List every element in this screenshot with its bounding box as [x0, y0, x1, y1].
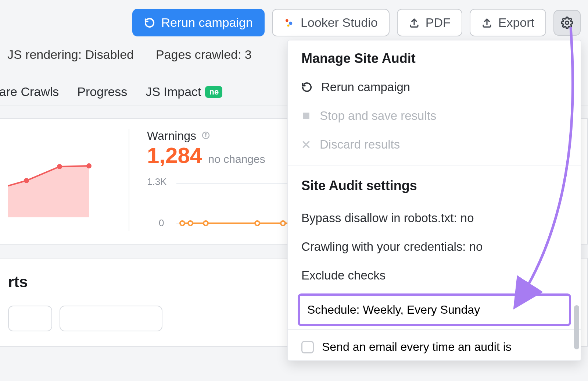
svg-point-16 — [180, 221, 184, 225]
upload-icon — [409, 17, 420, 28]
warnings-value: 1,284 — [147, 143, 202, 168]
pdf-button-label: PDF — [426, 15, 451, 30]
settings-button[interactable] — [553, 10, 581, 36]
panel-rerun-label: Rerun campaign — [321, 80, 410, 94]
svg-point-12 — [205, 133, 206, 134]
panel-stop-save: Stop and save results — [301, 102, 567, 130]
panel-heading-settings: Site Audit settings — [301, 178, 567, 193]
refresh-icon — [301, 82, 312, 93]
svg-point-1 — [289, 21, 292, 25]
svg-rect-23 — [303, 113, 309, 119]
tab-compare-crawls[interactable]: npare Crawls — [0, 85, 59, 99]
close-icon — [301, 140, 311, 149]
svg-marker-6 — [8, 166, 89, 217]
top-toolbar: Rerun campaign Looker Studio PDF Export — [0, 0, 588, 36]
looker-button-label: Looker Studio — [301, 15, 378, 30]
warnings-note: no changes — [208, 153, 265, 165]
stop-icon — [301, 111, 311, 121]
panel-discard: Discard results — [301, 130, 567, 159]
axis-top-label: 1.3K — [147, 176, 167, 187]
gear-icon — [561, 17, 573, 29]
panel-credentials[interactable]: Crawling with your credentials: no — [288, 232, 581, 261]
tab-js-impact[interactable]: JS Impact ne — [146, 85, 222, 99]
settings-panel: Manage Site Audit Rerun campaign Stop an… — [287, 40, 581, 361]
svg-point-7 — [24, 178, 29, 183]
svg-point-2 — [287, 24, 289, 26]
looker-studio-icon — [284, 17, 295, 28]
svg-point-19 — [255, 221, 259, 225]
axis-zero-label: 0 — [159, 217, 164, 228]
export-button-label: Export — [498, 15, 534, 30]
errors-metric — [8, 129, 111, 231]
rerun-button-label: Rerun campaign — [161, 15, 252, 30]
svg-point-8 — [57, 164, 62, 169]
looker-studio-button[interactable]: Looker Studio — [272, 9, 390, 36]
tab-progress[interactable]: Progress — [77, 85, 127, 99]
new-badge: ne — [205, 86, 223, 98]
pdf-button[interactable]: PDF — [397, 9, 462, 36]
panel-bypass[interactable]: Bypass disallow in robots.txt: no — [288, 204, 581, 232]
refresh-icon — [144, 17, 155, 28]
tab-js-impact-label: JS Impact — [146, 85, 201, 99]
panel-schedule[interactable]: Schedule: Weekly, Every Sunday — [298, 293, 571, 326]
panel-divider — [288, 165, 581, 165]
svg-point-5 — [566, 21, 569, 24]
panel-discard-label: Discard results — [320, 138, 400, 152]
upload-icon — [481, 17, 492, 28]
errors-sparkline — [8, 144, 111, 188]
svg-point-9 — [86, 163, 92, 168]
panel-email-row[interactable]: Send an email every time an audit is — [288, 332, 581, 357]
panel-rerun-campaign[interactable]: Rerun campaign — [301, 73, 567, 102]
email-checkbox[interactable] — [301, 341, 314, 353]
pages-crawled-status: Pages crawled: 3 — [156, 47, 252, 62]
export-button[interactable]: Export — [470, 9, 546, 36]
panel-heading-manage: Manage Site Audit — [301, 51, 567, 66]
svg-point-18 — [204, 221, 208, 225]
svg-point-0 — [286, 19, 288, 22]
panel-exclude[interactable]: Exclude checks — [288, 261, 581, 290]
warnings-label: Warnings — [147, 129, 196, 143]
dropdown-placeholder[interactable] — [8, 306, 52, 331]
scrollbar-thumb[interactable] — [574, 305, 579, 349]
panel-divider — [288, 329, 581, 330]
panel-stop-save-label: Stop and save results — [320, 109, 436, 123]
panel-email-label: Send an email every time an audit is — [322, 340, 512, 354]
dropdown-placeholder[interactable] — [60, 306, 162, 331]
js-rendering-status: JS rendering: Disabled — [7, 47, 134, 62]
info-icon[interactable] — [201, 129, 210, 143]
rerun-campaign-button[interactable]: Rerun campaign — [132, 9, 264, 36]
svg-point-20 — [281, 221, 285, 225]
svg-point-17 — [188, 221, 193, 225]
metric-divider — [129, 129, 129, 231]
